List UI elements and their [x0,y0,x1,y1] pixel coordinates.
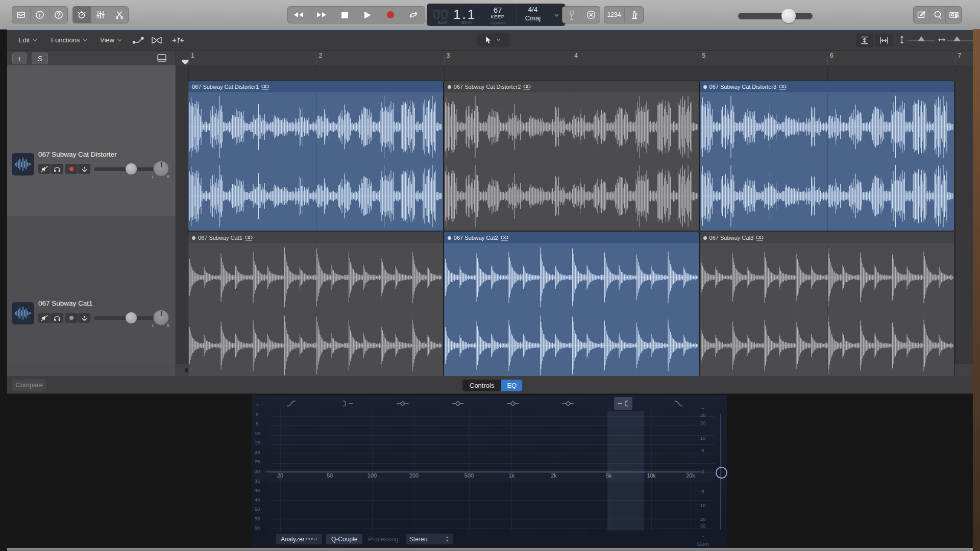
track-1-name[interactable]: 067 Subway Cat Distorter [38,151,117,158]
eq-gain-slider-knob[interactable] [716,467,727,479]
track-2-record-button[interactable] [65,313,78,323]
track-2-solo-button[interactable] [51,313,63,323]
edit-menu[interactable]: Edit [18,30,37,50]
track-1-record-button[interactable] [65,164,78,174]
eq-band-highpass-icon[interactable] [282,397,301,410]
add-track-button[interactable]: + [12,53,27,64]
audio-region[interactable]: 067 Subway Cat1 [188,232,443,380]
count-in-icon[interactable] [581,6,600,23]
track-1-input-monitor-button[interactable] [78,164,90,174]
track-2-name[interactable]: 067 Subway Cat1 [38,299,93,307]
library-icon[interactable] [12,6,31,23]
eq-band-high-shelf-icon[interactable] [614,397,632,410]
forward-button[interactable] [310,6,333,23]
automation-icon[interactable] [130,34,147,47]
tab-controls[interactable]: Controls [462,380,501,391]
tuner-icon[interactable] [562,6,581,23]
eq-db-scale-label: 50 [255,506,260,512]
audio-region[interactable]: 067 Subway Cat2 [444,232,699,380]
rewind-button[interactable] [287,6,310,23]
tracks-lane-area[interactable]: 067 Subway Cat Distorter1067 Subway Cat … [176,65,973,376]
audio-region[interactable]: 067 Subway Cat Distorter1 [188,81,443,231]
eq-band-lowpass-icon[interactable] [669,397,688,410]
tab-eq[interactable]: EQ [501,380,522,391]
metronome-icon[interactable] [625,6,644,23]
processing-select[interactable]: Stereo [406,534,453,544]
track-2-volume-thumb[interactable] [126,312,137,323]
play-button[interactable] [356,6,379,23]
track-2-pan-knob[interactable] [153,310,169,325]
crossfade-icon[interactable] [148,34,165,47]
track-1-waveform-icon [12,153,34,176]
region-header: 067 Subway Cat1 [188,232,443,243]
lcd-tempo-label: TEMPO [479,21,517,26]
eq-band-low-shelf-icon[interactable] [338,397,357,410]
eq-band-bell-icon[interactable] [394,397,412,410]
ruler-bar-tick [444,57,445,65]
track-1-mute-button[interactable] [38,164,51,174]
eq-band-bell-icon[interactable] [504,397,522,410]
eq-gain-label: Gain [697,541,708,547]
master-volume-slider[interactable] [738,13,813,19]
track-header-2[interactable]: 067 Subway Cat1 L R [7,216,176,365]
audio-region[interactable]: 067 Subway Cat3 [700,232,954,380]
track-header-panel: + S 067 Subway Cat Distorter [7,51,176,376]
eq-db-scale-label: 55 [255,515,260,521]
mixer-icon[interactable] [91,6,110,23]
audio-region[interactable]: 067 Subway Cat Distorter2 [444,81,699,231]
flex-icon[interactable] [169,34,187,47]
track-1-pan-knob[interactable] [153,161,169,177]
eq-gain-scale-label: 0 [701,469,704,474]
eq-gain-scale-label: 30 [700,523,706,529]
zoom-fit-vertical-icon[interactable] [856,34,873,47]
help-icon[interactable] [50,6,68,23]
vertical-zoom-thumb[interactable] [917,36,925,42]
analyzer-button[interactable]: AnalyzerPOST [276,534,322,544]
zoom-fit-horizontal-icon[interactable] [875,34,893,47]
compare-button[interactable]: Compare [12,379,46,391]
pointer-tool-menu[interactable] [477,33,509,47]
loop-icon [779,84,787,90]
bar-ruler[interactable]: 1234567 [176,51,973,66]
lcd-display[interactable]: 00 1.1 BAR BEAT 67 KEEP TEMPO 4/4 Cmaj [427,4,566,26]
record-button[interactable] [379,6,402,23]
smart-controls-icon[interactable] [72,6,91,23]
smart-controls-header: Compare Controls EQ [7,376,973,394]
media-browser-icon[interactable] [946,6,962,23]
track-2-mute-button[interactable] [38,313,51,323]
loop-browser-icon[interactable] [929,6,946,23]
master-solo-button[interactable]: S [32,53,48,64]
track-2-input-monitor-button[interactable] [78,313,90,323]
tab-eq-label: EQ [507,382,517,389]
region-waveform [700,243,954,380]
view-menu[interactable]: View [100,30,122,50]
functions-menu[interactable]: Functions [51,30,87,50]
ruler-bar-tick [188,57,189,65]
lcd-key: Cmaj [517,14,549,22]
playhead-marker[interactable] [182,59,189,65]
count-1234-button[interactable]: 1234 [604,6,625,23]
info-icon[interactable] [31,6,50,23]
horizontal-zoom-thumb[interactable] [953,36,961,42]
track-1-volume-thumb[interactable] [126,163,137,174]
region-header: 067 Subway Cat Distorter3 [700,81,954,92]
cycle-button[interactable] [402,6,425,23]
top-toolbar: 00 1.1 BAR BEAT 67 KEEP TEMPO 4/4 Cmaj 1… [0,0,980,30]
eq-db-scale-label: 40 [255,487,260,493]
lcd-beat-label: BEAT [461,20,473,25]
eq-band-bell-icon[interactable] [559,397,577,410]
track-1-solo-button[interactable] [51,164,63,174]
master-volume-thumb[interactable] [781,9,796,23]
audio-region[interactable]: 067 Subway Cat Distorter3 [700,81,954,231]
track-display-mode-icon[interactable] [156,53,167,62]
ruler-bar-label: 3 [447,52,450,59]
track-header-1[interactable]: 067 Subway Cat Distorter L R [7,65,176,217]
notepad-icon[interactable] [913,6,929,23]
q-couple-button[interactable]: Q-Couple [326,534,362,544]
scissors-icon[interactable] [110,6,129,23]
lcd-chevron-down-icon[interactable] [554,14,559,17]
eq-band-bell-icon[interactable] [449,397,467,410]
stop-button[interactable] [333,6,356,23]
eq-db-scale-label: 45 [255,496,260,502]
eq-curve[interactable] [265,471,701,472]
